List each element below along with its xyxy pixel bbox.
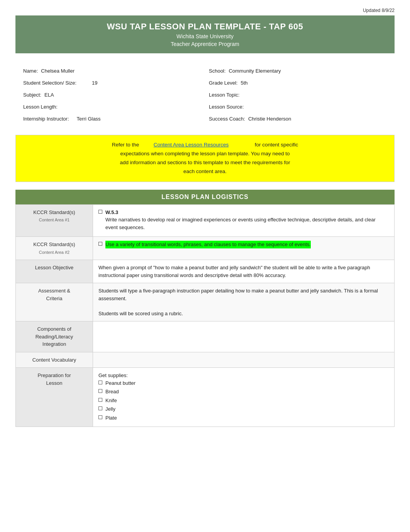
bullet-square-icon [98, 210, 102, 214]
kccr2-label-cell: KCCR Standard(s) Content Area #2 [16, 237, 93, 260]
name-label: Name: [23, 68, 38, 74]
name-value: Chelsea Muller [41, 68, 75, 74]
kccr2-bullet: Use a variety of transitional words, phr… [98, 241, 389, 248]
supply-plate: Plate [105, 414, 117, 422]
bullet-square-icon [98, 381, 102, 384]
components-content-cell [93, 321, 395, 352]
vocabulary-label: Content Vocabulary [32, 357, 76, 363]
components-label: Components ofReading/LiteracyIntegration [36, 326, 73, 347]
assessment-label: Assessment &Criteria [38, 288, 70, 301]
kccr2-content-cell: Use a variety of transitional words, phr… [93, 237, 395, 260]
header-box: WSU TAP LESSON PLAN TEMPLATE - TAP 605 W… [15, 15, 395, 53]
instructor-value: Terri Glass [77, 116, 101, 122]
refer-box: Refer to the Content Area Lesson Resourc… [15, 135, 395, 182]
logistics-table: KCCR Standard(s) Content Area #1 W.5.3 W… [15, 204, 395, 427]
school-row: School: Community Elementary [205, 65, 391, 77]
kccr1-sub-label: Content Area #1 [39, 218, 70, 222]
objective-label-cell: Lesson Objective [16, 260, 93, 283]
vocabulary-label-cell: Content Vocabulary [16, 352, 93, 368]
objective-text: When given a prompt of "how to make a pe… [98, 265, 370, 278]
length-label: Lesson Length: [23, 104, 58, 110]
program-name: Teacher Apprentice Program [23, 41, 387, 47]
logistics-section-header: LESSON PLAN LOGISTICS [15, 190, 395, 204]
kccr1-label: KCCR Standard(s) [33, 209, 75, 215]
refer-link[interactable]: Content Area Lesson Resources [154, 142, 229, 148]
bullet-square-icon [98, 415, 102, 419]
table-row: Components ofReading/LiteracyIntegration [16, 321, 395, 352]
kccr2-text: Use a variety of transitional words, phr… [105, 241, 311, 248]
supply-bread: Bread [105, 388, 119, 396]
subject-label: Subject: [23, 92, 41, 98]
bullet-square-icon [98, 389, 102, 393]
updated-date: Updated 8/9/22 [15, 8, 395, 13]
supplies-list: Peanut butter Bread Knife Jelly [98, 379, 389, 422]
page-container: Updated 8/9/22 WSU TAP LESSON PLAN TEMPL… [0, 0, 410, 532]
components-label-cell: Components ofReading/LiteracyIntegration [16, 321, 93, 352]
preparation-content-cell: Get supplies: Peanut butter Bread Kni [93, 368, 395, 427]
source-row: Lesson Source: [205, 101, 391, 113]
selection-value: 19 [92, 80, 97, 86]
supply-jelly: Jelly [105, 405, 115, 413]
instructor-row: Internship Instructor: Terri Glass [19, 113, 205, 125]
bullet-square-icon [98, 242, 102, 246]
grade-row: Grade Level: 5th [205, 77, 391, 89]
preparation-label-cell: Preparation forLesson [16, 368, 93, 427]
page-title: WSU TAP LESSON PLAN TEMPLATE - TAP 605 [23, 22, 387, 32]
bullet-square-icon [98, 398, 102, 402]
supply-knife: Knife [105, 397, 117, 405]
assessment-content-cell: Students will type a five-paragraph inst… [93, 283, 395, 321]
kccr2-sub-label: Content Area #2 [39, 250, 70, 255]
length-row: Lesson Length: [19, 101, 205, 113]
objective-label: Lesson Objective [35, 265, 74, 270]
list-item: Peanut butter [98, 379, 389, 387]
info-grid: Name: Chelsea Muller School: Community E… [15, 61, 395, 129]
list-item: Jelly [98, 405, 389, 413]
get-supplies-text: Get supplies: [98, 372, 128, 378]
preparation-label: Preparation forLesson [38, 372, 71, 386]
grade-value: 5th [241, 80, 247, 86]
assessment-rubric: Students will be scored using a rubric. [98, 311, 183, 316]
school-label: School: [209, 68, 225, 74]
selection-row: Student Selection/ Size: 19 [19, 77, 205, 89]
table-row: KCCR Standard(s) Content Area #1 W.5.3 W… [16, 204, 395, 237]
table-row: Preparation forLesson Get supplies: Pean… [16, 368, 395, 427]
list-item: Knife [98, 397, 389, 405]
kccr1-bullet: W.5.3 Write narratives to develop real o… [98, 209, 389, 231]
university-name: Wichita State University [23, 33, 387, 39]
topic-label: Lesson Topic: [209, 92, 239, 98]
supply-peanut-butter: Peanut butter [105, 379, 136, 387]
kccr1-label-cell: KCCR Standard(s) Content Area #1 [16, 204, 93, 237]
grade-label: Grade Level: [209, 80, 237, 86]
list-item: Plate [98, 414, 389, 422]
list-item: Bread [98, 388, 389, 396]
table-row: KCCR Standard(s) Content Area #2 Use a v… [16, 237, 395, 260]
source-label: Lesson Source: [209, 104, 244, 110]
table-row: Assessment &Criteria Students will type … [16, 283, 395, 321]
bullet-square-icon [98, 406, 102, 410]
table-row: Lesson Objective When given a prompt of … [16, 260, 395, 283]
kccr1-text: W.5.3 Write narratives to develop real o… [105, 209, 389, 231]
topic-row: Lesson Topic: [205, 89, 391, 101]
assessment-label-cell: Assessment &Criteria [16, 283, 93, 321]
kccr1-content-cell: W.5.3 Write narratives to develop real o… [93, 204, 395, 237]
assessment-text: Students will type a five-paragraph inst… [98, 288, 378, 301]
objective-content-cell: When given a prompt of "how to make a pe… [93, 260, 395, 283]
vocabulary-content-cell [93, 352, 395, 368]
coach-value: Christie Henderson [248, 116, 291, 122]
refer-before: Refer to the [112, 142, 139, 148]
school-value: Community Elementary [229, 68, 281, 74]
subject-value: ELA [44, 92, 54, 98]
instructor-label: Internship Instructor: [23, 116, 69, 122]
name-row: Name: Chelsea Muller [19, 65, 205, 77]
table-row: Content Vocabulary [16, 352, 395, 368]
kccr2-label: KCCR Standard(s) [33, 241, 75, 247]
coach-label: Success Coach: [209, 116, 245, 122]
selection-label: Student Selection/ Size: [23, 80, 76, 86]
subject-row: Subject: ELA [19, 89, 205, 101]
coach-row: Success Coach: Christie Henderson [205, 113, 391, 125]
